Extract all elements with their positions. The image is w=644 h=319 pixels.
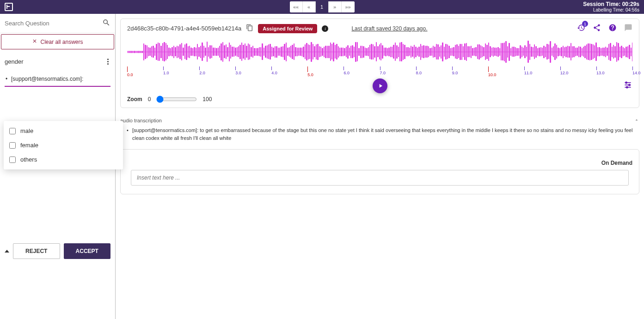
zoom-label: Zoom [127,96,142,102]
ruler-tick: 5.0 [307,66,313,77]
clear-answers-label: Clear all answers [40,39,83,45]
transcription-body: [support@tensormatics.com]: to get so em… [120,124,639,144]
zoom-slider[interactable] [156,96,197,103]
zoom-row: Zoom 0 100 [127,96,632,103]
option-others-checkbox[interactable] [9,156,16,163]
page-current[interactable]: 1 [316,1,329,12]
svg-point-4 [629,84,630,85]
search-wrap [0,14,115,33]
ruler-tick: 3.0 [235,66,241,75]
option-male[interactable]: male [4,124,123,138]
svg-point-5 [626,86,628,88]
draft-saved-link[interactable]: Last draft saved 320 days ago. [351,25,427,32]
record-card: 2d468c35-c80b-4791-a4e4-5059eb14214a Ass… [120,18,639,108]
ruler-tick: 14.0 [632,66,641,75]
option-female-checkbox[interactable] [9,142,16,149]
on-demand-card: On Demand [120,149,639,194]
ruler-tick: 4.0 [271,66,277,75]
page-next-button[interactable]: » [329,1,342,12]
info-icon[interactable]: i [322,25,328,32]
ruler-tick: 9.0 [452,66,458,75]
transcription-text: to get so embarrassed because of the sta… [132,127,632,141]
meta-row: 2d468c35-c80b-4791-a4e4-5059eb14214a Ass… [127,24,632,33]
question-underline [5,86,110,87]
ruler-tick: 1.0 [163,66,169,75]
zoom-min: 0 [148,96,151,102]
ruler-tick: 13.0 [596,66,605,75]
ruler-tick: 7.0 [380,66,386,75]
action-row: REJECT ACCEPT [0,243,115,259]
sidebar: Clear all answers gender [support@tensor… [0,14,116,319]
question-subtext: [support@tensormatics.com]: [5,76,110,82]
option-others[interactable]: others [4,152,123,167]
help-icon[interactable] [608,24,617,33]
ruler-tick: 0.0 [127,66,133,77]
clear-answers-button[interactable]: Clear all answers [1,34,114,49]
app-logo-icon[interactable] [5,3,13,11]
ruler-tick: 12.0 [560,66,569,75]
option-female[interactable]: female [4,138,123,152]
waveform-display[interactable] [127,38,632,66]
on-demand-label: On Demand [127,160,632,166]
waveform-area: 0.01.02.03.04.05.06.07.08.09.010.011.012… [127,38,632,103]
main-panel: 2d468c35-c80b-4791-a4e4-5059eb14214a Ass… [116,14,644,319]
collapse-icon[interactable] [634,117,639,124]
options-dropdown: male female others [4,121,123,169]
option-label: female [20,142,38,149]
search-input[interactable] [5,20,102,27]
chat-icon[interactable] [624,24,632,33]
option-male-checkbox[interactable] [9,128,16,134]
session-info: Session Time: 00:29s Labelling Time: 04:… [583,1,639,13]
ruler-tick: 6.0 [343,66,350,75]
meta-icons: 1 [577,24,632,33]
reject-button[interactable]: REJECT [13,243,60,259]
ruler-tick: 10.0 [488,66,497,77]
record-id: 2d468c35-c80b-4791-a4e4-5059eb14214a [127,25,241,32]
search-icon[interactable] [102,18,110,28]
ruler-tick: 8.0 [416,66,422,75]
question-title: gender [5,58,23,65]
top-bar: «« « 1 » »» Session Time: 00:29s Labelli… [0,0,644,14]
transcription-prefix: [support@tensormatics.com]: [132,127,198,133]
ruler-tick: 2.0 [199,66,205,75]
zoom-max: 100 [202,96,212,102]
transcription-label: audio transcription [120,118,162,123]
pagination: «« « 1 » »» [290,1,355,12]
kebab-menu-icon[interactable] [105,57,110,66]
audio-settings-icon[interactable] [623,80,632,91]
page-prev-button[interactable]: « [303,1,316,12]
share-icon[interactable] [593,24,601,33]
history-count-badge: 1 [582,21,588,27]
question-block: gender [support@tensormatics.com]: [0,50,115,90]
history-icon[interactable]: 1 [577,24,585,33]
accept-button[interactable]: ACCEPT [64,243,111,259]
expand-up-icon[interactable] [5,250,9,253]
review-badge: Assigned for Review [258,24,317,33]
close-icon [32,38,37,45]
page-first-button[interactable]: «« [290,1,303,12]
on-demand-input[interactable] [131,170,629,186]
play-button[interactable] [373,78,387,93]
option-label: male [20,127,33,134]
option-label: others [20,156,37,163]
svg-point-3 [626,82,627,83]
transcription-header: audio transcription [120,117,639,124]
copy-icon[interactable] [246,24,253,33]
page-last-button[interactable]: »» [342,1,355,12]
time-ruler: 0.01.02.03.04.05.06.07.08.09.010.011.012… [127,66,632,77]
ruler-tick: 11.0 [524,66,533,75]
